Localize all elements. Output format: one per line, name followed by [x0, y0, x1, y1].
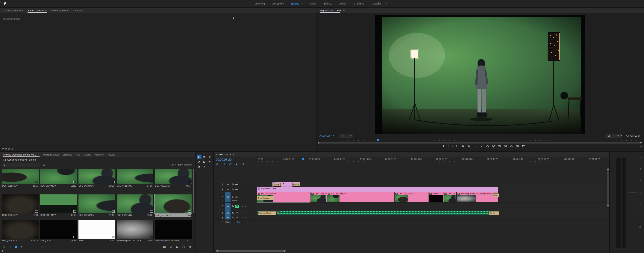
track-target-v2[interactable]: V2: [225, 187, 230, 192]
track-lane-a3[interactable]: [256, 215, 609, 220]
voice-over-record-mic-icon[interactable]: [245, 216, 248, 219]
slip-tool[interactable]: [202, 159, 207, 164]
panel-menu-icon[interactable]: ≡: [38, 153, 39, 156]
project-item[interactable]: DSC_0620.MOV20:00: [78, 169, 115, 187]
voice-over-record-mic-icon[interactable]: [245, 212, 248, 214]
project-item[interactable]: DSC_0619.MOV53:18: [40, 169, 77, 187]
workspace-tab-effects[interactable]: Effects: [324, 2, 332, 5]
program-current-timecode[interactable]: 00:00:08:20: [320, 135, 334, 138]
timeline-clip-video[interactable]: fxDSC_0619.MOV: [327, 192, 394, 202]
add-marker-button[interactable]: [442, 145, 445, 147]
project-item[interactable]: workshop promo vid Linke...10:00: [116, 220, 153, 242]
pen-tool[interactable]: [207, 159, 212, 164]
track-lock-icon[interactable]: [221, 188, 224, 191]
mini-timeline-expand-icon[interactable]: [233, 17, 234, 19]
new-bin-button[interactable]: [176, 246, 179, 249]
playhead-line[interactable]: [303, 160, 303, 249]
transition-cross-dissolve[interactable]: Cross D: [273, 183, 281, 187]
track-lock-icon[interactable]: [221, 221, 224, 223]
find-button[interactable]: [169, 246, 172, 249]
clip-thumbnail[interactable]: [78, 220, 115, 239]
clip-thumbnail[interactable]: [78, 194, 115, 213]
sort-icons-button[interactable]: [41, 246, 44, 249]
clip-thumbnail[interactable]: [78, 169, 115, 184]
step-forward-button[interactable]: [474, 145, 477, 148]
trash-button[interactable]: [188, 246, 192, 249]
go-to-in-button[interactable]: [456, 145, 458, 148]
new-item-button[interactable]: [182, 246, 185, 249]
track-lock-icon[interactable]: [221, 205, 224, 208]
mark-out-button[interactable]: }: [452, 145, 452, 148]
audio-transition-exponential-fade[interactable]: Expone: [489, 211, 499, 215]
clip-thumbnail[interactable]: [116, 220, 154, 239]
program-zoom-scrollbar[interactable]: [318, 142, 642, 144]
transition-dip-to-black[interactable]: Dip t: [493, 193, 499, 197]
search-bin-filter-icon[interactable]: [43, 163, 45, 166]
timeline-clip-adjustment-layer[interactable]: fxAdjustment Layer: [257, 187, 498, 192]
clip-thumbnail[interactable]: [40, 194, 77, 213]
project-item[interactable]: DSC_0628.MOV1:05:15: [2, 220, 38, 242]
solo-button[interactable]: S: [240, 216, 244, 219]
sync-lock-icon[interactable]: [232, 212, 234, 214]
project-writable-icon[interactable]: [2, 246, 5, 248]
sync-lock-icon[interactable]: [232, 188, 234, 191]
selection-tool[interactable]: [197, 155, 202, 159]
clip-thumbnail[interactable]: [155, 169, 192, 184]
workspace-tab-graphics[interactable]: Graphics: [354, 2, 364, 5]
timeline-clip-video[interactable]: fxworkshop promo vid Linked Comp 07/sh: [457, 192, 498, 202]
mute-button[interactable]: M: [235, 216, 239, 219]
project-item[interactable]: DSC_0627.MOV12:00: [155, 194, 192, 217]
timeline-clip-video[interactable]: fxDSC_0621.MOV: [394, 192, 428, 202]
proxy-button[interactable]: [516, 145, 519, 148]
program-settings-wrench-icon[interactable]: [620, 134, 622, 137]
tab-media-browser[interactable]: Media Browser: [41, 152, 61, 157]
track-lock-icon[interactable]: [221, 196, 224, 198]
mute-button[interactable]: M: [235, 211, 239, 214]
panel-menu-icon[interactable]: ≡: [45, 9, 47, 12]
panel-menu-icon[interactable]: ≡: [343, 9, 345, 12]
tab-libraries[interactable]: Libraries: [61, 152, 74, 157]
project-item[interactable]: DSC_0622.MOV33:15: [155, 169, 192, 187]
clip-thumbnail[interactable]: [116, 169, 154, 184]
export-button[interactable]: [510, 145, 513, 148]
toggle-track-output-eye-icon[interactable]: [235, 196, 238, 199]
export-frame-button[interactable]: [498, 145, 501, 148]
sync-lock-icon[interactable]: [232, 196, 234, 198]
tab-audio-clip-mixer-[interactable]: Audio Clip Mixer:: [48, 8, 70, 13]
track-target-v1[interactable]: V1: [225, 192, 230, 202]
drag-handle[interactable]: [0, 1, 1, 6]
ripple-edit-tool[interactable]: [207, 155, 212, 159]
clip-thumbnail[interactable]: [155, 220, 192, 239]
tab-source-no-clips-[interactable]: Source: (no clips): [3, 8, 26, 13]
timeline-clip-video[interactable]: fxDSC_062: [444, 192, 456, 202]
project-item[interactable]: DSC_0623.MOV7:03: [2, 194, 38, 216]
razor-tool[interactable]: [197, 159, 202, 164]
transition-cross-dissolve[interactable]: Cross D: [292, 183, 300, 187]
go-to-out-button[interactable]: [480, 145, 483, 148]
track-select-forward-tool[interactable]: [202, 155, 207, 159]
track-name-label[interactable]: Video 1: [232, 199, 238, 202]
clip-thumbnail[interactable]: [40, 220, 77, 239]
track-lock-icon[interactable]: [221, 216, 224, 219]
project-breadcrumb[interactable]: workshop promo vid_2.prproj: [7, 159, 36, 161]
solo-button[interactable]: S: [240, 205, 244, 208]
track-target-a3[interactable]: A3: [225, 215, 230, 220]
mute-button[interactable]: M: [235, 205, 239, 208]
icon-view-button[interactable]: [15, 246, 18, 249]
button-editor-plus-button[interactable]: +: [640, 145, 642, 149]
program-mini-ruler[interactable]: [318, 140, 642, 141]
project-item[interactable]: DSC_0624.MOV13:00: [40, 194, 77, 216]
workspace-tab-learning[interactable]: Learning: [255, 2, 265, 5]
workspace-tab-libraries[interactable]: Libraries: [372, 2, 382, 5]
project-item[interactable]: DSC_0621.MOV27:15: [116, 169, 153, 187]
timeline-h-scrollbar[interactable]: [216, 250, 286, 252]
clip-thumbnail[interactable]: [2, 220, 39, 239]
tab-history[interactable]: History: [106, 152, 117, 157]
project-scrollbar[interactable]: [193, 169, 194, 243]
thumbnail-zoom-slider[interactable]: [21, 246, 38, 248]
program-zoom-select[interactable]: Fit: [339, 134, 353, 138]
track-target-v3[interactable]: V3: [225, 182, 230, 187]
mark-in-button[interactable]: {: [448, 145, 449, 148]
project-item[interactable]: DSC_061646:11: [40, 220, 77, 242]
master-meter-icon[interactable]: [246, 221, 249, 223]
